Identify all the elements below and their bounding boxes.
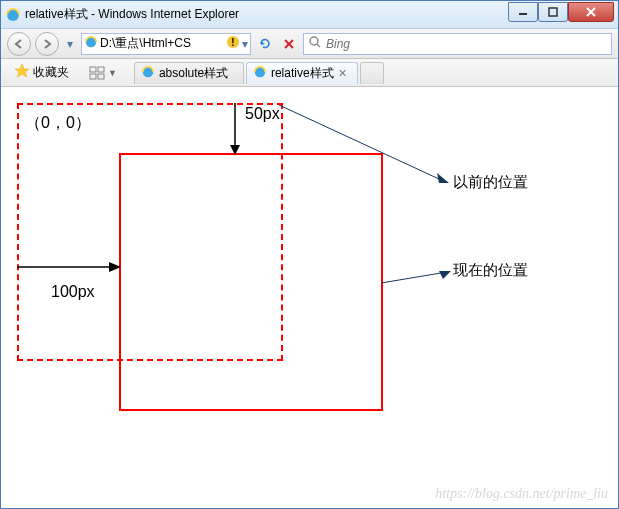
address-input[interactable]	[100, 37, 224, 51]
svg-rect-15	[98, 74, 104, 79]
ie-page-icon	[141, 65, 155, 82]
favorites-label: 收藏夹	[33, 64, 69, 81]
window-buttons	[508, 2, 614, 22]
tab-relative[interactable]: relative样式 ✕	[246, 62, 358, 84]
current-position-box	[119, 153, 383, 411]
chevron-down-icon: ▼	[108, 68, 117, 78]
quicktabs-button[interactable]: ▼	[82, 63, 124, 83]
window-title: relative样式 - Windows Internet Explorer	[25, 6, 508, 23]
quicktabs-icon	[89, 66, 105, 80]
tab-strip: absolute样式 relative样式 ✕	[134, 62, 386, 84]
search-input[interactable]	[326, 37, 607, 51]
left-offset-label: 100px	[51, 283, 95, 301]
back-button[interactable]	[7, 32, 31, 56]
svg-rect-2	[549, 8, 557, 16]
search-icon	[308, 35, 322, 52]
tab-close-icon[interactable]: ✕	[338, 67, 347, 80]
left-offset-arrow	[17, 259, 121, 275]
tab-label: absolute样式	[159, 65, 228, 82]
star-icon	[14, 63, 30, 82]
tab-label: relative样式	[271, 65, 334, 82]
annotation-old-label: 以前的位置	[453, 173, 528, 192]
svg-line-21	[381, 273, 441, 283]
origin-label: （0，0）	[25, 113, 91, 134]
top-offset-arrow	[227, 103, 243, 155]
svg-rect-12	[90, 67, 96, 72]
top-offset-label: 50px	[245, 105, 280, 123]
address-dropdown-icon[interactable]: ▾	[242, 37, 248, 51]
annotation-new-arrow	[381, 271, 451, 285]
svg-line-3	[587, 8, 595, 16]
refresh-button[interactable]	[255, 34, 275, 54]
svg-line-11	[317, 44, 320, 47]
security-warning-icon: !	[226, 35, 240, 52]
watermark: https://blog.csdn.net/prime_liu	[435, 486, 608, 502]
close-button[interactable]	[568, 2, 614, 22]
annotation-old-arrow	[279, 105, 449, 185]
navigation-bar: ▾ ! ▾	[1, 29, 618, 59]
page-content: （0，0） 50px 100px 以前的位置 现在的位置 https://blo…	[1, 87, 618, 508]
favorites-bar: 收藏夹 ▼ absolute样式 relative样式 ✕	[1, 59, 618, 87]
address-bar[interactable]: ! ▾	[81, 33, 251, 55]
svg-line-20	[279, 105, 439, 179]
titlebar: relative样式 - Windows Internet Explorer	[1, 1, 618, 29]
forward-button[interactable]	[35, 32, 59, 56]
stop-button[interactable]	[279, 34, 299, 54]
svg-rect-14	[90, 74, 96, 79]
search-bar[interactable]	[303, 33, 612, 55]
history-dropdown-icon[interactable]: ▾	[63, 32, 77, 56]
favorites-button[interactable]: 收藏夹	[7, 60, 76, 85]
svg-point-10	[310, 37, 318, 45]
new-tab-button[interactable]	[360, 62, 384, 84]
ie-page-icon	[253, 65, 267, 82]
browser-window: relative样式 - Windows Internet Explorer ▾…	[0, 0, 619, 509]
annotation-new-label: 现在的位置	[453, 261, 528, 280]
svg-line-4	[587, 8, 595, 16]
maximize-button[interactable]	[538, 2, 568, 22]
svg-text:!: !	[231, 37, 234, 48]
minimize-button[interactable]	[508, 2, 538, 22]
tab-absolute[interactable]: absolute样式	[134, 62, 244, 84]
ie-page-icon	[84, 35, 98, 52]
ie-icon	[5, 7, 21, 23]
svg-rect-13	[98, 67, 104, 72]
